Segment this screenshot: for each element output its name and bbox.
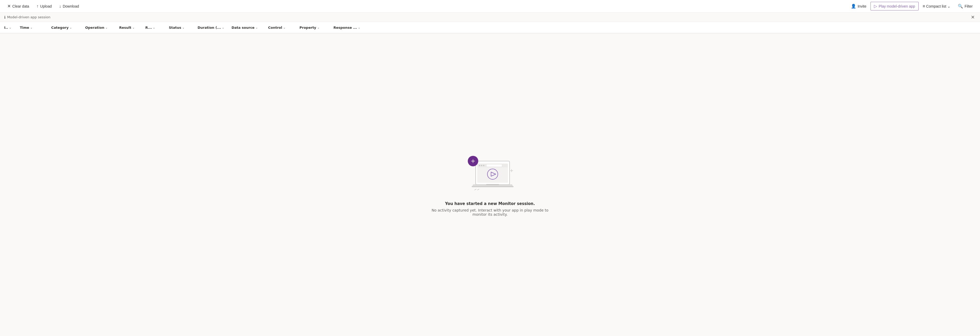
toolbar: ✕ Clear data ↑ Upload ↓ Download 👤 Invit…	[0, 0, 980, 13]
play-model-driven-app-button[interactable]: ▷ Play model-driven app	[870, 2, 918, 10]
svg-rect-6	[486, 164, 502, 167]
column-property-chevron-icon: ⌄	[317, 26, 319, 29]
empty-state-illustration: + +	[464, 153, 516, 195]
column-header-duration[interactable]: Duration (... ⌄	[196, 25, 229, 30]
person-icon: 👤	[851, 4, 856, 9]
session-info: ℹ Model-driven app session	[4, 15, 51, 19]
column-r-chevron-icon: ⌄	[153, 26, 155, 29]
download-icon: ↓	[59, 4, 61, 9]
column-category-chevron-icon: ⌄	[70, 26, 72, 29]
upload-icon: ↑	[37, 4, 39, 9]
main-content: + +	[0, 33, 980, 336]
toolbar-left: ✕ Clear data ↑ Upload ↓ Download	[4, 2, 82, 10]
svg-rect-11	[472, 186, 514, 187]
column-header-category[interactable]: Category ⌄	[49, 25, 83, 30]
column-header-id[interactable]: I.. ⌄	[2, 25, 18, 30]
column-header-property[interactable]: Property ⌄	[298, 25, 331, 30]
laptop-illustration	[472, 158, 514, 193]
column-header-datasource[interactable]: Data source ⌄	[229, 25, 266, 30]
svg-point-4	[481, 165, 482, 166]
column-operation-chevron-icon: ⌄	[105, 26, 107, 29]
list-icon: ≡	[923, 4, 925, 9]
svg-point-5	[483, 165, 485, 166]
info-icon: ℹ	[4, 15, 5, 19]
clear-data-button[interactable]: ✕ Clear data	[4, 2, 32, 10]
column-header-control[interactable]: Control ⌄	[266, 25, 298, 30]
column-time-chevron-icon: ⌄	[30, 26, 32, 29]
clear-data-icon: ✕	[7, 4, 11, 9]
column-status-chevron-icon: ⌄	[182, 26, 185, 29]
plus-circle-icon: +	[468, 156, 478, 166]
column-datasource-chevron-icon: ⌄	[256, 26, 258, 29]
filter-icon: 🔍	[958, 4, 963, 9]
column-response-chevron-icon: ⌄	[358, 26, 360, 29]
svg-point-3	[479, 165, 480, 166]
column-header-time[interactable]: Time ⌄	[18, 25, 49, 30]
invite-button[interactable]: 👤 Invite	[848, 2, 869, 10]
column-header-status[interactable]: Status ⌄	[167, 25, 196, 30]
session-close-button[interactable]: ✕	[970, 13, 976, 21]
close-icon: ✕	[971, 14, 975, 20]
compact-list-chevron-icon: ⌄	[947, 4, 950, 8]
column-header-response[interactable]: Response ... ⌄	[331, 25, 368, 30]
svg-rect-10	[486, 184, 499, 185]
empty-state-subtitle: No activity captured yet. Interact with …	[427, 208, 553, 217]
upload-button[interactable]: ↑ Upload	[33, 2, 55, 10]
empty-state-title: You have started a new Monitor session.	[445, 201, 535, 206]
column-header-r[interactable]: R... ⌄	[143, 25, 167, 30]
column-header-operation[interactable]: Operation ⌄	[83, 25, 117, 30]
column-control-chevron-icon: ⌄	[283, 26, 285, 29]
download-button[interactable]: ↓ Download	[56, 2, 82, 10]
column-header-result[interactable]: Result ⌄	[117, 25, 143, 30]
filter-button[interactable]: 🔍 Filter	[955, 2, 976, 10]
column-headers: I.. ⌄ Time ⌄ Category ⌄ Operation ⌄ Resu…	[0, 22, 980, 33]
column-result-chevron-icon: ⌄	[132, 26, 135, 29]
column-duration-chevron-icon: ⌄	[222, 26, 224, 29]
deco-dashes	[474, 189, 479, 190]
compact-list-button[interactable]: ≡ Compact list ⌄	[920, 2, 954, 10]
column-id-chevron-icon: ⌄	[9, 26, 11, 29]
session-bar: ℹ Model-driven app session ✕	[0, 13, 980, 22]
play-icon: ▷	[874, 4, 877, 9]
toolbar-right: 👤 Invite ▷ Play model-driven app ≡ Compa…	[848, 2, 976, 10]
